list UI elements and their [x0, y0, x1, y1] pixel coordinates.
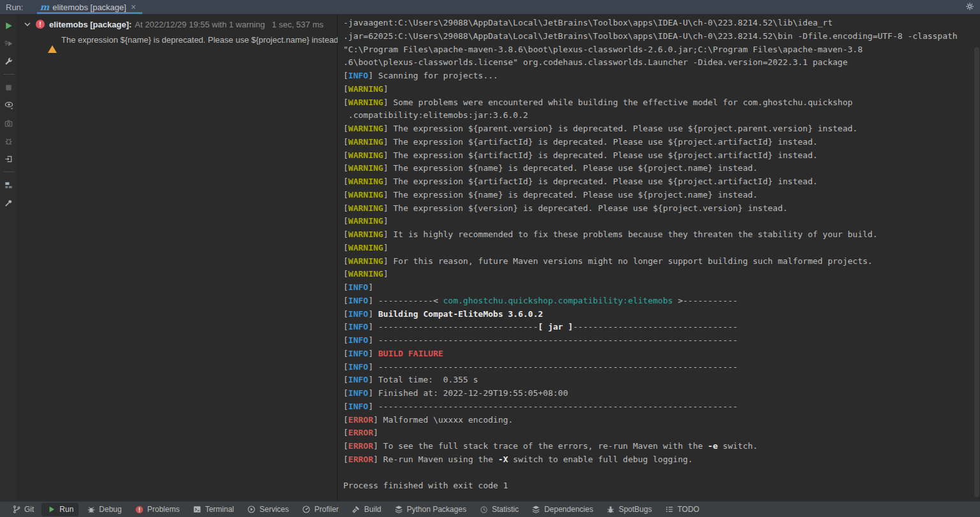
tree-root-title: elitemobs [package]: — [49, 20, 131, 29]
error-badge-icon: ! — [36, 20, 45, 29]
tool-window-bar: Git Run Debug Problems Terminal — [0, 501, 980, 517]
run-label: Run: — [6, 3, 23, 12]
close-icon[interactable]: × — [130, 3, 137, 11]
python-packages-icon — [394, 505, 404, 514]
pin-icon[interactable] — [3, 196, 15, 209]
run-tree-panel: ! elitemobs [package]: At 2022/12/29 19:… — [18, 14, 338, 501]
console-line: [INFO] ---------------------------------… — [343, 334, 980, 347]
tree-warning-text: The expression ${name} is deprecated. Pl… — [61, 35, 341, 45]
console-line: [WARNING] — [343, 215, 980, 228]
git-branch-icon — [11, 505, 21, 514]
console-line: [WARNING] — [343, 83, 980, 96]
snapshot-camera-icon[interactable] — [3, 117, 15, 129]
console-line: .compatibility:elitemobs:jar:3.6.0.2 — [343, 109, 980, 122]
console-line: Process finished with exit code 1 — [343, 479, 980, 493]
tab-elitemobs-package[interactable]: m elitemobs [package] × — [37, 0, 142, 14]
maven-settings-icon[interactable] — [3, 55, 15, 68]
tool-window-button-services[interactable]: Services — [242, 503, 294, 516]
console-line: [WARNING] It is highly recommended to fi… — [343, 228, 980, 242]
console-line: .jar=62025:C:\Users\29088\AppData\Local\… — [343, 30, 980, 43]
console-line: [WARNING] — [343, 242, 980, 255]
console-line: "C:\Program Files\apache-maven-3.8.6\boo… — [343, 43, 980, 57]
console-line: [INFO] --------------------------------[… — [343, 321, 980, 334]
tree-root-row[interactable]: ! elitemobs [package]: At 2022/12/29 19:… — [18, 17, 337, 31]
console-line: [INFO] BUILD FAILURE — [343, 347, 980, 361]
tool-window-button-problems[interactable]: Problems — [130, 503, 185, 516]
tool-window-button-spotbugs[interactable]: SpotBugs — [601, 503, 657, 516]
console-line: [ERROR] To see the full stack trace of t… — [343, 440, 980, 453]
tool-window-button-run[interactable]: Run — [41, 503, 78, 516]
gear-icon[interactable] — [965, 1, 976, 13]
profiler-bug-icon[interactable] — [3, 135, 15, 147]
console-line: [INFO] ---------------------------------… — [343, 400, 980, 414]
console-line: [INFO] Total time: 0.355 s — [343, 374, 980, 387]
toolbar-separator — [3, 74, 15, 75]
tool-window-button-build[interactable]: Build — [346, 503, 387, 516]
console-lines: -javaagent:C:\Users\29088\AppData\Local\… — [343, 17, 980, 493]
tree-warning-row[interactable]: ! The expression ${name} is deprecated. … — [18, 33, 337, 47]
statistic-icon — [479, 505, 489, 514]
warning-triangle-icon: ! — [48, 36, 57, 43]
console-line: [WARNING] The expression ${artifactId} i… — [343, 149, 980, 163]
console-line: [WARNING] The expression ${name} is depr… — [343, 189, 980, 202]
console-line: [INFO] Finished at: 2022-12-29T19:55:05+… — [343, 387, 980, 400]
profiler-icon — [302, 505, 311, 514]
console-line: [INFO] — [343, 281, 980, 295]
tool-window-button-git[interactable]: Git — [6, 503, 39, 516]
tab-label: elitemobs [package] — [52, 3, 126, 12]
run-tool-window: Run: m elitemobs [package] × 9 — [0, 0, 980, 517]
console-line: [WARNING] — [343, 268, 980, 281]
layout-icon[interactable] — [3, 178, 15, 191]
attach-debugger-icon[interactable]: 9 — [3, 37, 15, 50]
tool-window-button-dependencies[interactable]: Dependencies — [526, 503, 598, 516]
chevron-down-icon[interactable] — [23, 20, 32, 29]
rerun-icon[interactable] — [3, 19, 15, 32]
console-line: [ERROR] Malformed \uxxxx encoding. — [343, 414, 980, 427]
dock-icon[interactable] — [3, 152, 15, 165]
run-header-strip: Run: m elitemobs [package] × — [0, 0, 980, 14]
console-line: -javaagent:C:\Users\29088\AppData\Local\… — [343, 17, 980, 30]
console-line: [INFO] Building Compat-EliteMobs 3.6.0.2 — [343, 308, 980, 321]
tool-window-button-todo[interactable]: TODO — [660, 503, 704, 516]
services-icon — [247, 505, 256, 514]
console-line: [INFO] -----------< com.ghostchu.quicksh… — [343, 295, 980, 308]
dependencies-icon — [531, 505, 541, 514]
problems-error-icon — [135, 505, 144, 514]
console-line: [WARNING] The expression ${name} is depr… — [343, 162, 980, 175]
run-play-icon — [47, 505, 56, 514]
console-line: [ERROR] — [343, 426, 980, 440]
console-line: [WARNING] The expression ${parent.versio… — [343, 122, 980, 136]
stop-icon[interactable] — [3, 81, 15, 94]
tree-root-duration: 1 sec, 537 ms — [272, 20, 323, 29]
toolbar-separator — [3, 171, 15, 172]
spotbugs-icon — [606, 505, 616, 514]
console-line: [INFO] Scanning for projects... — [343, 69, 980, 83]
console-line: [WARNING] For this reason, future Maven … — [343, 255, 980, 268]
inspections-eye-icon[interactable] — [3, 99, 15, 112]
console-line: [WARNING] The expression ${artifactId} i… — [343, 175, 980, 189]
tool-window-button-terminal[interactable]: Terminal — [187, 503, 239, 516]
terminal-icon — [192, 505, 202, 514]
run-toolbar: 9 — [0, 14, 18, 501]
console-scrollbar[interactable] — [974, 47, 979, 497]
tool-window-button-statistic[interactable]: Statistic — [474, 503, 524, 516]
tab-active-underline — [37, 12, 142, 14]
tool-window-button-python-packages[interactable]: Python Packages — [389, 503, 471, 516]
svg-text:9: 9 — [4, 40, 8, 47]
console-line: [WARNING] The expression ${artifactId} i… — [343, 136, 980, 149]
console-line: [WARNING] Some problems were encountered… — [343, 96, 980, 110]
tool-window-button-profiler[interactable]: Profiler — [297, 503, 344, 516]
build-hammer-icon — [352, 505, 361, 514]
console-line: [INFO] ---------------------------------… — [343, 361, 980, 374]
console-line: .6\boot\plexus-classworlds.license" org.… — [343, 56, 980, 69]
console-line: [ERROR] Re-run Maven using the -X switch… — [343, 453, 980, 467]
debug-bug-icon — [86, 505, 96, 514]
console-line: [WARNING] The expression ${version} is d… — [343, 202, 980, 215]
tree-root-detail: At 2022/12/29 19:55 with 1 warning — [135, 20, 265, 29]
console-line — [343, 467, 980, 480]
tool-window-button-debug[interactable]: Debug — [81, 503, 126, 516]
maven-icon: m — [40, 2, 49, 12]
todo-icon — [665, 505, 674, 514]
console-output[interactable]: -javaagent:C:\Users\29088\AppData\Local\… — [338, 14, 980, 501]
